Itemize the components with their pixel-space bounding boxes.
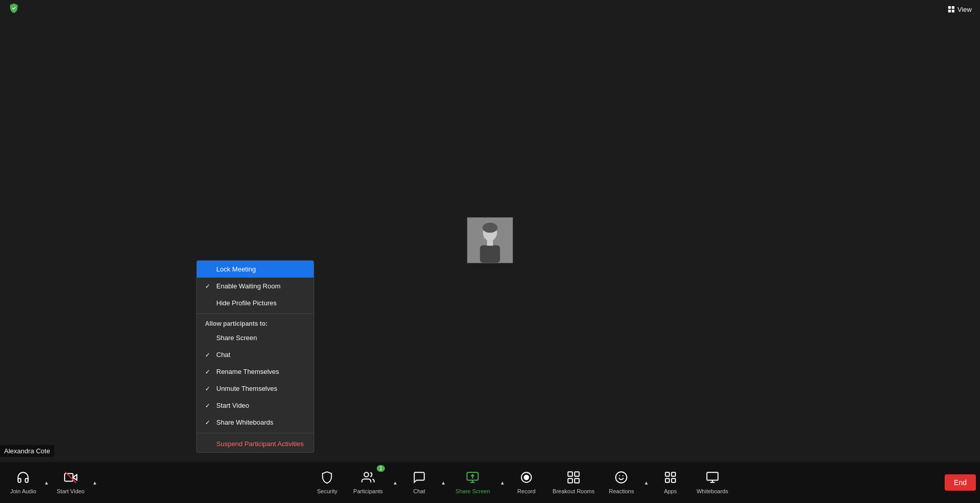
shield-icon xyxy=(8,3,19,16)
svg-rect-20 xyxy=(575,472,579,476)
chat-caret[interactable]: ▲ xyxy=(439,462,447,503)
svg-rect-3 xyxy=(952,10,954,12)
toolbar-right: End xyxy=(945,462,976,503)
svg-rect-27 xyxy=(671,472,676,476)
participants-label: Participants xyxy=(353,488,382,494)
share-screen-button[interactable]: Share Screen xyxy=(450,462,496,503)
apps-button[interactable]: Apps xyxy=(652,462,688,503)
share-screen-caret[interactable]: ▲ xyxy=(498,462,506,503)
headphones-icon xyxy=(16,471,30,486)
toolbar-left: Join Audio ▲ Start Video ▲ xyxy=(4,462,99,503)
chat-icon xyxy=(413,471,426,486)
whiteboards-label: Whiteboards xyxy=(697,488,728,494)
enable-waiting-room-item[interactable]: ✓ Enable Waiting Room xyxy=(197,278,314,295)
join-audio-label: Join Audio xyxy=(10,488,36,494)
unmute-themselves-item[interactable]: ✓ Unmute Themselves xyxy=(197,380,314,397)
whiteboards-button[interactable]: Whiteboards xyxy=(690,462,734,503)
record-icon xyxy=(520,471,533,486)
svg-rect-7 xyxy=(480,245,500,263)
apps-icon xyxy=(664,471,677,486)
start-video-item[interactable]: ✓ Start Video xyxy=(197,397,314,414)
view-label: View xyxy=(957,6,972,13)
svg-rect-2 xyxy=(948,10,951,12)
toolbar: Join Audio ▲ Start Video ▲ Securit xyxy=(0,462,980,503)
svg-rect-26 xyxy=(665,472,669,476)
svg-point-6 xyxy=(482,223,497,233)
reactions-label: Reactions xyxy=(609,488,634,494)
suspend-activities-item[interactable]: Suspend Participant Activities xyxy=(197,435,314,452)
chat-item[interactable]: ✓ Chat xyxy=(197,346,314,363)
whiteboards-icon xyxy=(706,471,719,486)
lock-meeting-item[interactable]: Lock Meeting xyxy=(197,261,314,278)
svg-marker-10 xyxy=(73,475,77,480)
start-video-label: Start Video xyxy=(57,488,85,494)
svg-rect-22 xyxy=(575,478,579,483)
participants-caret[interactable]: ▲ xyxy=(391,462,399,503)
reactions-caret[interactable]: ▲ xyxy=(642,462,650,503)
hide-profile-pictures-item[interactable]: Hide Profile Pictures xyxy=(197,295,314,311)
view-button[interactable]: View xyxy=(948,6,972,13)
chat-label: Chat xyxy=(413,488,425,494)
participants-badge: 1 xyxy=(377,465,385,472)
video-area xyxy=(0,18,980,462)
breakout-rooms-icon xyxy=(567,471,580,486)
top-bar: View xyxy=(0,0,980,18)
participant-video xyxy=(467,217,513,263)
record-label: Record xyxy=(517,488,535,494)
svg-rect-29 xyxy=(671,478,676,483)
security-label: Security xyxy=(317,488,337,494)
svg-rect-19 xyxy=(568,472,573,476)
menu-divider-2 xyxy=(197,433,314,433)
breakout-rooms-button[interactable]: Breakout Rooms xyxy=(546,462,601,503)
end-button[interactable]: End xyxy=(945,474,976,491)
share-screen-item[interactable]: Share Screen xyxy=(197,329,314,346)
start-video-button[interactable]: Start Video xyxy=(51,462,91,503)
breakout-rooms-label: Breakout Rooms xyxy=(553,488,595,494)
share-screen-label: Share Screen xyxy=(456,488,490,494)
share-screen-icon xyxy=(466,471,479,486)
svg-point-18 xyxy=(524,475,529,480)
menu-divider-1 xyxy=(197,313,314,314)
join-audio-button[interactable]: Join Audio xyxy=(4,462,43,503)
join-audio-caret[interactable]: ▲ xyxy=(43,462,51,503)
apps-label: Apps xyxy=(664,488,677,494)
record-button[interactable]: Record xyxy=(508,462,544,503)
security-button[interactable]: Security xyxy=(309,462,345,503)
toolbar-center: Security 1 Participants ▲ C xyxy=(99,462,945,503)
chat-button[interactable]: Chat xyxy=(401,462,437,503)
svg-rect-1 xyxy=(952,6,954,9)
share-whiteboards-item[interactable]: ✓ Share Whiteboards xyxy=(197,414,314,431)
security-menu: Lock Meeting ✓ Enable Waiting Room Hide … xyxy=(196,260,314,453)
reactions-icon xyxy=(615,471,628,486)
allow-participants-label: Allow participants to: xyxy=(197,316,314,329)
svg-rect-28 xyxy=(665,478,669,483)
svg-rect-0 xyxy=(948,6,951,9)
rename-themselves-item[interactable]: ✓ Rename Themselves xyxy=(197,363,314,380)
participant-name-label: Alexandra Cote xyxy=(0,445,54,457)
start-video-caret[interactable]: ▲ xyxy=(91,462,99,503)
reactions-button[interactable]: Reactions xyxy=(603,462,640,503)
svg-point-23 xyxy=(616,472,627,483)
participants-button[interactable]: 1 Participants xyxy=(347,462,389,503)
svg-rect-8 xyxy=(487,240,493,246)
svg-rect-21 xyxy=(568,478,573,483)
svg-point-13 xyxy=(364,472,369,477)
participants-icon xyxy=(361,471,375,486)
video-off-icon xyxy=(64,471,77,486)
security-icon xyxy=(320,471,334,486)
svg-rect-30 xyxy=(707,472,718,480)
